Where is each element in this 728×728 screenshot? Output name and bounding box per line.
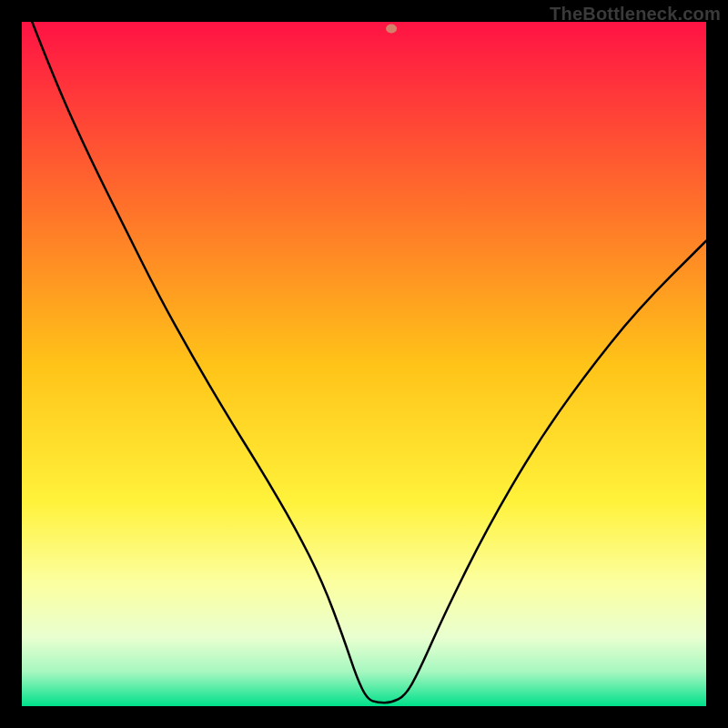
- chart-container: TheBottleneck.com: [0, 0, 728, 728]
- watermark-text: TheBottleneck.com: [550, 4, 721, 25]
- optimum-marker: [386, 25, 397, 34]
- bottleneck-chart: [0, 0, 728, 728]
- plot-background: [22, 22, 706, 706]
